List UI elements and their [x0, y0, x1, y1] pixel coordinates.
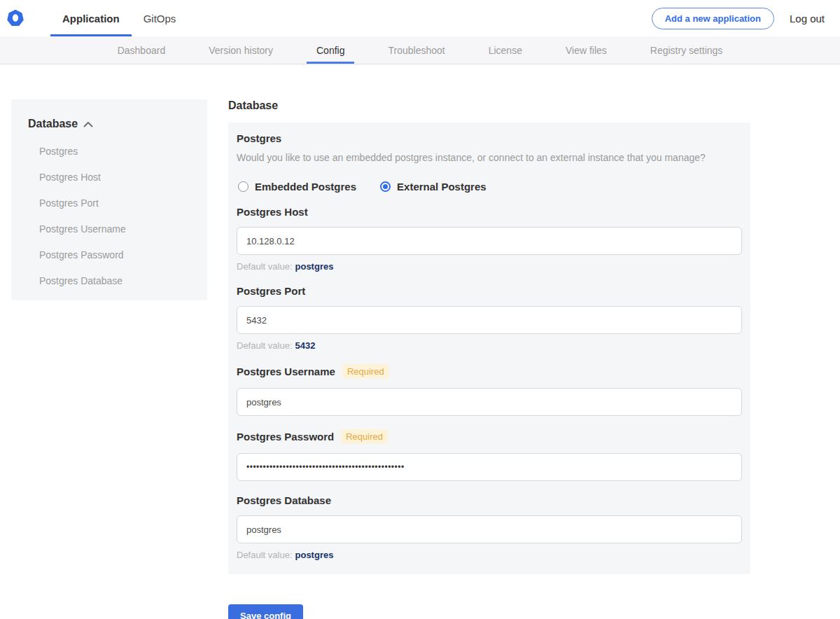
subnav-version-history[interactable]: Version history: [209, 36, 273, 64]
save-config-button[interactable]: Save config: [228, 604, 303, 619]
radio-selected-icon: [380, 181, 391, 192]
subnav-view-files-label: View files: [566, 45, 607, 56]
sidebar-group-label: Database: [28, 118, 78, 130]
top-navbar: Application GitOps Add a new application…: [0, 0, 840, 36]
sidebar-item-postgres-username[interactable]: Postgres Username: [39, 223, 195, 235]
chevron-up-icon: [83, 121, 93, 127]
topbar-right: Add a new application Log out: [652, 0, 840, 36]
field-label-text: Postgres Database: [237, 494, 331, 506]
radio-unselected-icon: [238, 181, 248, 192]
subnav-view-files[interactable]: View files: [566, 36, 607, 64]
radio-embedded-label: Embedded Postgres: [255, 181, 356, 193]
field-label-postgres: Postgres: [237, 132, 742, 144]
radio-embedded-postgres[interactable]: Embedded Postgres: [238, 181, 356, 193]
config-page: Database Postgres Postgres Host Postgres…: [0, 99, 840, 619]
postgres-database-input[interactable]: [237, 515, 742, 543]
field-label-postgres-username: Postgres Username Required: [237, 364, 742, 379]
default-value-helper: Default value:postgres: [237, 261, 742, 272]
subnav-dashboard[interactable]: Dashboard: [118, 36, 166, 64]
required-badge: Required: [341, 429, 388, 444]
postgres-host-input[interactable]: [237, 227, 742, 255]
default-value-helper: Default value:5432: [237, 340, 742, 351]
subnav-troubleshoot-label: Troubleshoot: [388, 45, 444, 56]
tab-application[interactable]: Application: [50, 0, 132, 36]
field-label-text: Postgres Password: [237, 431, 334, 443]
field-label-postgres-database: Postgres Database: [237, 494, 742, 506]
sidebar-item-postgres-host[interactable]: Postgres Host: [39, 172, 195, 183]
sidebar-item-postgres-password[interactable]: Postgres Password: [39, 249, 195, 260]
field-label-postgres-port: Postgres Port: [237, 285, 742, 297]
sidebar-item-postgres[interactable]: Postgres: [39, 146, 195, 157]
tab-gitops[interactable]: GitOps: [132, 0, 188, 36]
app-subnav: Dashboard Version history Config Trouble…: [0, 36, 840, 64]
default-value-prefix: Default value:: [237, 550, 293, 560]
field-description: Would you like to use an embedded postgr…: [237, 152, 742, 163]
default-value-text: postgres: [295, 550, 334, 560]
tab-gitops-label: GitOps: [144, 13, 176, 25]
field-label-text: Postgres: [237, 132, 281, 144]
sidebar-item-list: Postgres Postgres Host Postgres Port Pos…: [39, 146, 195, 286]
subnav-license-label: License: [489, 45, 522, 56]
sidebar-group-database[interactable]: Database: [28, 118, 195, 130]
subnav-registry-settings-label: Registry settings: [650, 45, 722, 56]
radio-external-label: External Postgres: [397, 181, 486, 193]
default-value-text: 5432: [295, 340, 316, 351]
config-group-panel: Postgres Would you like to use an embedd…: [228, 123, 750, 574]
default-value-prefix: Default value:: [237, 340, 293, 351]
top-tabs: Application GitOps: [50, 0, 188, 36]
postgres-username-input[interactable]: [237, 388, 742, 416]
tab-application-label: Application: [62, 13, 120, 25]
config-group-title: Database: [228, 99, 750, 112]
field-label-postgres-password: Postgres Password Required: [237, 429, 742, 444]
add-application-button[interactable]: Add a new application: [652, 8, 774, 29]
field-label-text: Postgres Username: [237, 366, 335, 377]
default-value-prefix: Default value:: [237, 261, 293, 272]
save-row: Save config: [228, 604, 750, 619]
required-badge: Required: [342, 364, 389, 379]
subnav-license[interactable]: License: [489, 36, 522, 64]
subnav-version-history-label: Version history: [209, 45, 273, 56]
field-label-text: Postgres Host: [237, 206, 308, 218]
field-label-text: Postgres Port: [237, 285, 305, 297]
kots-logo-icon: [7, 10, 24, 27]
postgres-password-input[interactable]: [237, 453, 742, 481]
field-label-postgres-host: Postgres Host: [237, 206, 742, 218]
default-value-helper: Default value:postgres: [237, 550, 742, 560]
sidebar-item-postgres-database[interactable]: Postgres Database: [39, 275, 195, 286]
subnav-registry-settings[interactable]: Registry settings: [650, 36, 722, 64]
logout-link[interactable]: Log out: [790, 13, 825, 25]
config-main: Database Postgres Would you like to use …: [228, 99, 750, 619]
default-value-text: postgres: [295, 261, 334, 272]
config-sidebar: Database Postgres Postgres Host Postgres…: [11, 99, 207, 300]
subnav-dashboard-label: Dashboard: [118, 45, 166, 56]
subnav-config-label: Config: [316, 45, 344, 56]
subnav-troubleshoot[interactable]: Troubleshoot: [388, 36, 444, 64]
sidebar-item-postgres-port[interactable]: Postgres Port: [39, 197, 195, 209]
postgres-port-input[interactable]: [237, 306, 742, 334]
radio-external-postgres[interactable]: External Postgres: [380, 181, 486, 193]
app-logo[interactable]: [0, 0, 24, 36]
postgres-radio-group: Embedded Postgres External Postgres: [238, 181, 742, 193]
subnav-config[interactable]: Config: [316, 36, 344, 64]
